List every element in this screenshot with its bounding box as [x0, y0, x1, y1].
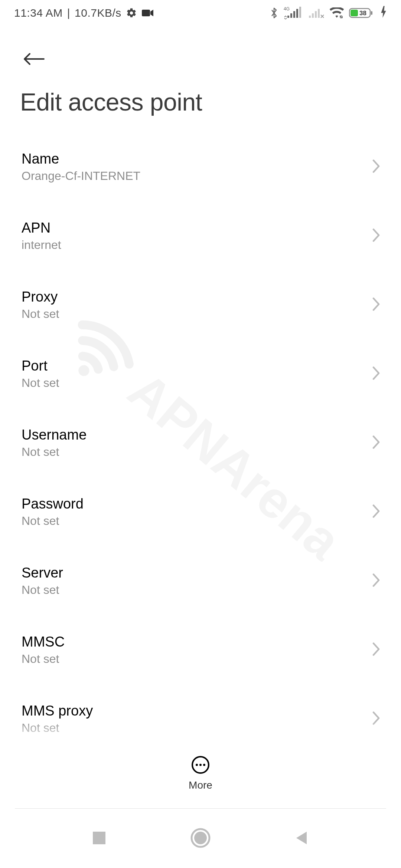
gear-icon — [126, 7, 137, 19]
nav-recents-button[interactable] — [86, 826, 112, 852]
signal-4g-icon: 4G — [284, 7, 302, 19]
bottom-action-bar: More — [0, 742, 401, 805]
chevron-right-icon — [371, 504, 381, 520]
row-port[interactable]: Port Not set — [1, 348, 400, 400]
row-value: Not set — [22, 721, 93, 735]
row-label: MMSC — [22, 634, 65, 650]
chevron-right-icon — [371, 642, 381, 658]
row-value: Orange-Cf-INTERNET — [22, 169, 140, 183]
row-apn[interactable]: APN internet — [1, 210, 400, 262]
more-button[interactable]: More — [189, 756, 212, 791]
row-label: Password — [22, 496, 84, 512]
nav-home-button[interactable] — [188, 826, 213, 852]
settings-list: Name Orange-Cf-INTERNET APN internet Pro… — [0, 141, 401, 745]
row-label: Proxy — [22, 289, 59, 305]
row-value: Not set — [22, 583, 63, 597]
circle-icon — [190, 828, 211, 849]
svg-point-18 — [203, 764, 205, 766]
chevron-right-icon — [371, 366, 381, 382]
status-time: 11:34 AM — [14, 7, 63, 19]
svg-rect-5 — [296, 9, 298, 18]
chevron-right-icon — [371, 228, 381, 244]
status-sep: | — [67, 7, 70, 19]
chevron-right-icon — [371, 573, 381, 589]
page-title: Edit access point — [0, 73, 401, 141]
row-mms-proxy[interactable]: MMS proxy Not set — [1, 693, 400, 745]
battery-icon: 38 — [349, 7, 375, 19]
square-icon — [91, 830, 107, 847]
svg-rect-6 — [299, 7, 301, 18]
back-button[interactable] — [21, 46, 48, 73]
row-label: Port — [22, 358, 59, 374]
chevron-right-icon — [371, 159, 381, 175]
svg-rect-4 — [293, 11, 295, 18]
camera-icon — [141, 9, 154, 17]
row-value: Not set — [22, 652, 65, 666]
row-mmsc[interactable]: MMSC Not set — [1, 624, 400, 676]
system-nav-bar — [0, 809, 401, 868]
signal-nosim-icon — [307, 7, 325, 19]
bottom-divider — [15, 808, 386, 809]
more-label: More — [189, 779, 212, 791]
row-value: internet — [22, 238, 61, 252]
row-server[interactable]: Server Not set — [1, 555, 400, 607]
row-proxy[interactable]: Proxy Not set — [1, 279, 400, 331]
status-netspeed: 10.7KB/s — [75, 7, 121, 19]
svg-point-21 — [194, 832, 207, 844]
row-value: Not set — [22, 376, 59, 390]
svg-rect-9 — [315, 11, 317, 18]
row-password[interactable]: Password Not set — [1, 486, 400, 538]
svg-point-17 — [199, 764, 202, 766]
chevron-right-icon — [371, 711, 381, 727]
svg-point-16 — [196, 764, 198, 766]
svg-rect-14 — [371, 11, 372, 15]
row-value: Not set — [22, 445, 87, 459]
svg-rect-7 — [309, 16, 311, 18]
triangle-left-icon — [294, 830, 310, 847]
row-label: Name — [22, 151, 140, 167]
svg-rect-3 — [290, 13, 292, 18]
row-label: MMS proxy — [22, 703, 93, 719]
svg-rect-13 — [351, 10, 358, 16]
more-icon — [191, 756, 210, 776]
row-value: Not set — [22, 307, 59, 321]
row-username[interactable]: Username Not set — [1, 417, 400, 469]
svg-rect-1 — [142, 10, 150, 16]
row-name[interactable]: Name Orange-Cf-INTERNET — [1, 141, 400, 193]
svg-rect-19 — [93, 832, 105, 844]
svg-rect-2 — [287, 16, 289, 18]
row-label: Username — [22, 427, 87, 443]
row-label: APN — [22, 220, 61, 236]
network-type-label: 4G — [284, 7, 290, 11]
row-label: Server — [22, 565, 63, 581]
chevron-right-icon — [371, 297, 381, 313]
charging-icon — [380, 6, 387, 20]
svg-rect-8 — [312, 13, 314, 18]
svg-rect-10 — [318, 9, 320, 18]
battery-pct: 38 — [359, 10, 366, 17]
row-value: Not set — [22, 514, 84, 528]
chevron-right-icon — [371, 435, 381, 451]
wifi-icon — [330, 7, 344, 19]
nav-back-button[interactable] — [289, 826, 315, 852]
bluetooth-icon — [270, 7, 278, 19]
status-bar: 11:34 AM | 10.7KB/s 4G — [0, 0, 401, 26]
arrow-left-icon — [22, 52, 46, 68]
